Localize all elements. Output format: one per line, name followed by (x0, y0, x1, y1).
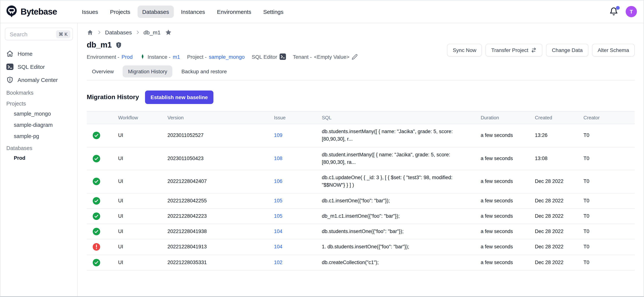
version-cell: 20221228042407 (164, 170, 270, 193)
issue-link[interactable]: 108 (274, 155, 282, 161)
tab-migration-history[interactable]: Migration History (123, 66, 172, 77)
workflow-cell: UI (114, 170, 164, 193)
version-cell: 20221228041938 (164, 224, 270, 239)
sql-cell: db.createCollection("c1"); (318, 255, 477, 270)
topnav-item-databases[interactable]: Databases (137, 6, 174, 18)
table-row[interactable]: UI20221228042223105db_m1.c1.insertOne({"… (87, 208, 635, 224)
home-icon[interactable] (87, 29, 94, 36)
chevron-right-icon (135, 30, 140, 35)
sidebar-item-sample-pg[interactable]: sample-pg (5, 131, 73, 142)
sidebar: ⌘ K HomeSQL EditorAnomaly Center Bookmar… (0, 23, 78, 296)
meta-instance: Instance - m1 (140, 54, 180, 60)
sidebar-item-anomaly-center[interactable]: Anomaly Center (5, 73, 73, 86)
creator-cell: T0 (580, 170, 635, 193)
issue-link[interactable]: 105 (274, 198, 282, 203)
check-circle-icon (93, 259, 100, 266)
creator-cell: T0 (580, 239, 635, 255)
col-header-issue: Issue (270, 111, 318, 124)
section-title: Migration History (87, 94, 139, 101)
table-row[interactable]: UI202212280419131041. db.students.insert… (87, 239, 635, 255)
issue-link[interactable]: 106 (274, 178, 282, 184)
search-input[interactable] (9, 31, 56, 38)
topnav-item-settings[interactable]: Settings (258, 6, 288, 18)
bookmark-star-icon[interactable] (165, 29, 172, 36)
meta-environment: Environment - Prod (87, 54, 132, 60)
table-row[interactable]: UI20221228042407106db.c1.updateOne( { _i… (87, 170, 635, 193)
meta-sql-editor[interactable]: SQL Editor (252, 54, 286, 60)
sidebar-item-sample-mongo[interactable]: sample_mongo (5, 108, 73, 119)
tab-backup-and-restore[interactable]: Backup and restore (176, 66, 232, 77)
check-circle-icon (93, 228, 100, 235)
establish-baseline-button[interactable]: Establish new baseline (145, 91, 214, 104)
breadcrumb-db-name[interactable]: db_m1 (143, 29, 160, 36)
edit-pencil-icon[interactable] (352, 54, 358, 60)
sidebar-item-sample-diagram[interactable]: sample-diagram (5, 119, 73, 131)
topnav-item-environments[interactable]: Environments (212, 6, 256, 18)
terminal-icon (6, 63, 14, 70)
created-cell: 13:26 (531, 124, 580, 147)
error-circle-icon (93, 243, 100, 251)
duration-cell: a few seconds (477, 147, 531, 170)
sidebar-section-databases: Databases (5, 142, 73, 153)
sidebar-item-sql-editor[interactable]: SQL Editor (5, 60, 73, 73)
sql-cell: 1. db.students.insertOne({"foo": "bar"})… (318, 239, 477, 255)
check-circle-icon (93, 132, 100, 139)
duration-cell: a few seconds (477, 224, 531, 239)
col-header-version: Version (164, 111, 270, 124)
issue-link[interactable]: 104 (274, 228, 282, 234)
instance-link[interactable]: m1 (173, 54, 180, 60)
notifications-button[interactable] (609, 7, 618, 16)
issue-link[interactable]: 102 (274, 259, 282, 265)
environment-link[interactable]: Prod (122, 54, 132, 60)
table-row[interactable]: UI20221228035331102db.createCollection("… (87, 255, 635, 270)
avatar[interactable]: T (626, 6, 637, 17)
main-content: Databases db_m1 db_m1 (78, 23, 644, 270)
issue-cell: 106 (270, 170, 318, 193)
transfer-project-button[interactable]: Transfer Project (486, 44, 542, 57)
search-shortcut: ⌘ K (56, 30, 70, 38)
tenant-value: <Empty Value> (314, 54, 349, 60)
search-box[interactable]: ⌘ K (5, 28, 73, 40)
migration-history-table: WorkflowVersionIssueSQLDurationCreatedCr… (87, 111, 635, 270)
sync-now-button[interactable]: Sync Now (447, 44, 482, 57)
workflow-cell: UI (114, 193, 164, 208)
sql-cell: db.students.insertOne({"foo": "bar"}); (318, 224, 477, 239)
created-cell: Dec 28 2022 (531, 255, 580, 270)
workflow-cell: UI (114, 208, 164, 224)
sql-cell: db_m1.c1.insertOne({"foo": "bar"}); (318, 208, 477, 224)
col-header-creator: Creator (580, 111, 635, 124)
issue-link[interactable]: 104 (274, 244, 282, 250)
topnav-item-issues[interactable]: Issues (77, 6, 103, 18)
status-cell (87, 239, 114, 255)
version-cell: 20221228041913 (164, 239, 270, 255)
topnav-item-instances[interactable]: Instances (176, 6, 210, 18)
shield-alert-icon (115, 41, 122, 49)
table-row[interactable]: UI2023011052527109db.students.insertMany… (87, 124, 635, 147)
status-cell (87, 170, 114, 193)
issue-link[interactable]: 105 (274, 213, 282, 219)
project-link[interactable]: sample_mongo (209, 54, 245, 60)
table-row[interactable]: UI2023011050423108db.student.insertMany(… (87, 147, 635, 170)
status-cell (87, 124, 114, 147)
table-body: UI2023011052527109db.students.insertMany… (87, 124, 635, 270)
table-row[interactable]: UI20221228041938104db.students.insertOne… (87, 224, 635, 239)
tab-overview[interactable]: Overview (87, 66, 119, 77)
bytebase-logo-icon (6, 5, 18, 18)
topnav-item-projects[interactable]: Projects (105, 6, 135, 18)
col-header-duration: Duration (477, 111, 531, 124)
bytebase-window: Bytebase IssuesProjectsDatabasesInstance… (0, 0, 644, 297)
sql-cell: db.c1.updateOne( { _id: 3 }, [ { $set: {… (318, 170, 477, 193)
sidebar-item-home[interactable]: Home (5, 47, 73, 60)
duration-cell: a few seconds (477, 193, 531, 208)
alter-schema-button[interactable]: Alter Schema (592, 44, 635, 57)
change-data-button[interactable]: Change Data (546, 44, 588, 57)
workflow-cell: UI (114, 239, 164, 255)
issue-link[interactable]: 109 (274, 132, 282, 138)
breadcrumb: Databases db_m1 (87, 23, 635, 36)
issue-cell: 102 (270, 255, 318, 270)
sidebar-item-prod[interactable]: Prod (5, 153, 73, 163)
issue-cell: 108 (270, 147, 318, 170)
bytebase-logo[interactable]: Bytebase (6, 5, 77, 18)
table-row[interactable]: UI20221228042255105db.c1.insertOne({"foo… (87, 193, 635, 208)
breadcrumb-databases[interactable]: Databases (105, 29, 132, 36)
